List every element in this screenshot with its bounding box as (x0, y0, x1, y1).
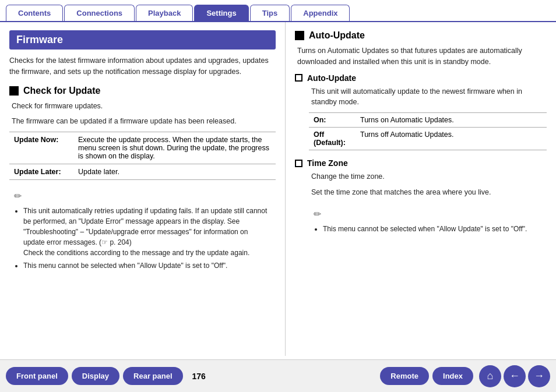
note-list: This unit automatically retries updating… (14, 206, 271, 271)
open-square-icon (295, 74, 302, 82)
time-zone-heading: Time Zone (295, 158, 547, 168)
auto-update-heading: Auto-Update (295, 30, 547, 41)
firmware-header: Firmware (9, 30, 276, 50)
home-button[interactable]: ⌂ (479, 365, 501, 387)
tab-playback[interactable]: Playback (136, 5, 193, 21)
index-button[interactable]: Index (432, 367, 473, 385)
time-zone-note-list: This menu cannot be selected when "Allow… (314, 224, 542, 234)
main-content: Firmware Checks for the latest firmware … (0, 22, 556, 356)
table-value-update-now: Execute the update process. When the upd… (73, 132, 276, 164)
back-button[interactable]: ← (504, 365, 526, 387)
display-button[interactable]: Display (72, 367, 119, 385)
sub-auto-update-heading: Auto-Update (295, 73, 547, 83)
table-value-off: Turns off Automatic Updates. (356, 128, 547, 150)
auto-update-table: On: Turns on Automatic Updates. Off (Def… (309, 112, 547, 150)
time-zone-desc1: Change the time zone. (311, 171, 547, 182)
check-update-desc2: The firmware can be updated if a firmwar… (12, 116, 276, 127)
time-zone-note-box: ✏ This menu cannot be selected when "All… (309, 204, 547, 240)
time-zone-desc2: Set the time zone that matches the area … (311, 187, 547, 198)
check-update-heading: Check for Update (9, 86, 276, 96)
tab-settings[interactable]: Settings (194, 5, 248, 21)
table-row: Off (Default): Turns off Automatic Updat… (309, 128, 547, 150)
table-label-update-now: Update Now: (9, 132, 73, 164)
table-value-update-later: Update later. (73, 164, 276, 180)
sub-auto-update-desc: This unit will automatically update to t… (311, 86, 547, 108)
note-item-1: This unit automatically retries updating… (23, 206, 271, 258)
top-navigation: Contents Connections Playback Settings T… (0, 0, 556, 22)
table-row: Update Now: Execute the update process. … (9, 132, 276, 164)
table-label-on: On: (309, 113, 356, 128)
tab-tips[interactable]: Tips (250, 5, 290, 21)
tab-contents[interactable]: Contents (6, 5, 63, 21)
time-zone-note-item: This menu cannot be selected when "Allow… (323, 224, 542, 234)
open-square-icon-tz (295, 160, 302, 167)
right-panel: Auto-Update Turns on Automatic Updates s… (286, 22, 556, 356)
table-label-off: Off (Default): (309, 128, 356, 150)
table-row: On: Turns on Automatic Updates. (309, 113, 547, 128)
table-label-update-later: Update Later: (9, 164, 73, 180)
update-table: Update Now: Execute the update process. … (9, 132, 276, 180)
note-box: ✏ This unit automatically retries updati… (9, 186, 276, 277)
rear-panel-button[interactable]: Rear panel (123, 367, 182, 385)
bottom-navigation: Front panel Display Rear panel 176 Remot… (0, 359, 556, 392)
auto-update-intro: Turns on Automatic Updates so that futur… (297, 45, 547, 68)
tab-connections[interactable]: Connections (64, 5, 135, 21)
note-item-2: This menu cannot be selected when "Allow… (23, 260, 271, 271)
page-number: 176 (192, 372, 206, 381)
front-panel-button[interactable]: Front panel (6, 367, 68, 385)
note-icon-tz: ✏ (314, 207, 542, 221)
black-square-icon (9, 86, 19, 96)
remote-button[interactable]: Remote (380, 367, 429, 385)
tab-appendix[interactable]: Appendix (291, 5, 350, 21)
note-icon: ✏ (14, 189, 271, 203)
table-value-on: Turns on Automatic Updates. (356, 113, 547, 128)
intro-text: Checks for the latest firmware informati… (9, 55, 276, 77)
table-row: Update Later: Update later. (9, 164, 276, 180)
black-square-icon-right (295, 31, 304, 40)
forward-button[interactable]: → (528, 365, 550, 387)
check-update-desc1: Check for firmware updates. (12, 101, 276, 112)
left-panel: Firmware Checks for the latest firmware … (0, 22, 286, 356)
